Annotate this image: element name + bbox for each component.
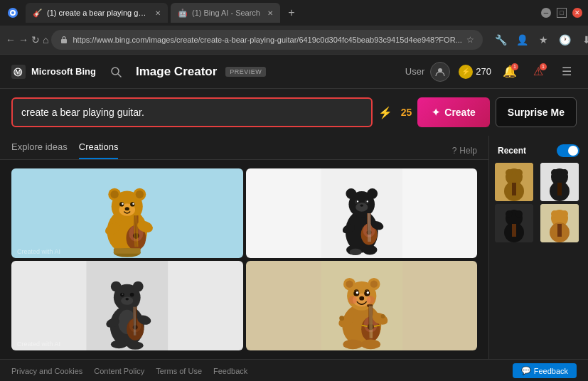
tab-creations[interactable]: Creations [79,141,119,159]
tab-close-inactive[interactable]: ✕ [267,9,273,17]
user-label: User [405,66,424,77]
svg-point-91 [359,296,364,301]
coin-count: 270 [476,66,491,77]
svg-point-93 [366,296,374,304]
svg-point-70 [133,325,138,330]
svg-point-106 [380,314,385,318]
bookmark-icon[interactable]: ☆ [466,35,474,45]
credit-count: 25 [401,107,412,118]
home-button[interactable]: ⌂ [43,30,48,50]
extensions-button[interactable]: 🔧 [491,30,511,50]
toggle-knob [568,146,578,156]
image-cell-1[interactable]: Created with AI [11,168,243,258]
svg-rect-120 [557,183,562,195]
svg-rect-32 [114,248,141,254]
surprise-label: Surprise Me [508,107,565,118]
sidebar: Recent [488,136,588,359]
tab-favicon-2: 🤖 [178,9,188,18]
tab-explore-ideas[interactable]: Explore ideas [11,141,68,159]
recent-thumb-3[interactable] [495,204,533,242]
svg-point-63 [121,296,133,304]
close-button[interactable]: ✕ [572,8,582,18]
svg-point-108 [360,340,380,350]
content-policy-link[interactable]: Content Policy [94,367,144,375]
svg-point-85 [370,280,377,287]
svg-point-60 [111,281,122,292]
watermark-1: Created with AI [17,248,60,255]
bing-logo: Ⓜ Microsoft Bing [11,65,96,79]
svg-point-43 [360,204,363,206]
tab-inactive[interactable]: 🤖 (1) Bing AI - Search ✕ [171,3,280,23]
search-icon[interactable] [105,60,127,83]
recent-label: Recent [498,146,526,156]
alert-icon[interactable]: ⚠ 1 [528,62,548,82]
image-cell-3[interactable]: Created with AI [11,261,243,350]
coin-badge: ⚡ 270 [459,65,491,79]
recent-toggle[interactable] [557,144,579,157]
svg-point-2 [11,11,14,14]
create-icon: ✦ [432,107,440,118]
svg-point-61 [133,281,144,292]
help-label: Help [459,146,477,156]
recent-thumb-4[interactable] [540,204,579,242]
recent-thumb-1[interactable] [495,163,533,201]
notification-icon[interactable]: 🔔 1 [500,62,520,82]
svg-point-42 [366,200,368,202]
feedback-icon: 💬 [521,366,531,375]
feedback-link[interactable]: Feedback [213,367,247,375]
profile-button[interactable]: 👤 [513,30,533,50]
nav-icons: 🔧 👤 ★ 🕐 ⬇ ⋯ b [491,30,588,50]
search-area: ⚡ 25 ✦ Create Surprise Me [0,89,588,136]
surprise-button[interactable]: Surprise Me [496,97,577,127]
svg-point-112 [506,169,513,176]
svg-point-83 [346,280,353,287]
images-grid: Created with AI [0,160,488,359]
tab-bar: 🎸 (1) create a bear playing guitar... ✕ … [0,0,588,26]
back-button[interactable]: ← [6,30,16,50]
help-link[interactable]: ? Help [452,146,477,156]
header-title: Image Creator [136,65,217,79]
new-tab-button[interactable]: + [283,4,300,21]
svg-rect-126 [512,224,516,237]
privacy-link[interactable]: Privacy and Cookies [11,367,82,375]
image-cell-2[interactable] [246,168,478,258]
svg-point-104 [339,316,344,321]
browser-chrome: 🎸 (1) create a bear playing guitar... ✕ … [0,0,588,55]
tabs-bar: Explore ideas Creations ? Help [0,136,488,160]
image-cell-4[interactable] [246,261,478,350]
svg-point-92 [348,296,356,304]
coin-icon: ⚡ [459,65,473,79]
preview-badge: PREVIEW [225,67,266,77]
svg-point-118 [551,169,558,176]
tab-close-active[interactable]: ✕ [155,9,161,17]
refresh-button[interactable]: ↻ [31,30,40,50]
svg-text:Ⓜ: Ⓜ [14,68,23,77]
downloads-button[interactable]: ⬇ [577,30,588,50]
recent-thumb-2[interactable] [540,163,579,201]
forward-button[interactable]: → [18,30,28,50]
minimize-button[interactable]: ─ [541,8,551,18]
terms-link[interactable]: Terms of Use [156,367,202,375]
history-button[interactable]: 🕐 [555,30,575,50]
svg-point-15 [136,190,144,198]
search-input[interactable] [21,107,363,118]
tabs-row: Explore ideas Creations ? Help [11,141,477,159]
hamburger-menu[interactable]: ☰ [557,62,577,82]
svg-point-36 [346,188,356,199]
address-bar[interactable]: https://www.bing.com/images/create/creat… [51,30,482,50]
tab-favicon: 🎸 [33,9,43,18]
favorites-button[interactable]: ★ [534,30,554,50]
maximize-button[interactable]: □ [557,8,567,18]
tab-active[interactable]: 🎸 (1) create a bear playing guitar... ✕ [26,3,168,23]
recent-thumbnails [495,163,582,242]
user-section: User [405,62,450,82]
search-input-wrapper [11,97,373,127]
feedback-button[interactable]: 💬 Feedback [513,363,577,378]
create-button[interactable]: ✦ Create [417,97,490,127]
svg-point-89 [356,291,358,294]
svg-line-7 [118,74,121,77]
user-avatar[interactable] [430,62,450,82]
bear-image-2 [246,168,478,258]
bolt-icon: ⚡ [378,106,392,119]
svg-rect-114 [512,183,516,195]
